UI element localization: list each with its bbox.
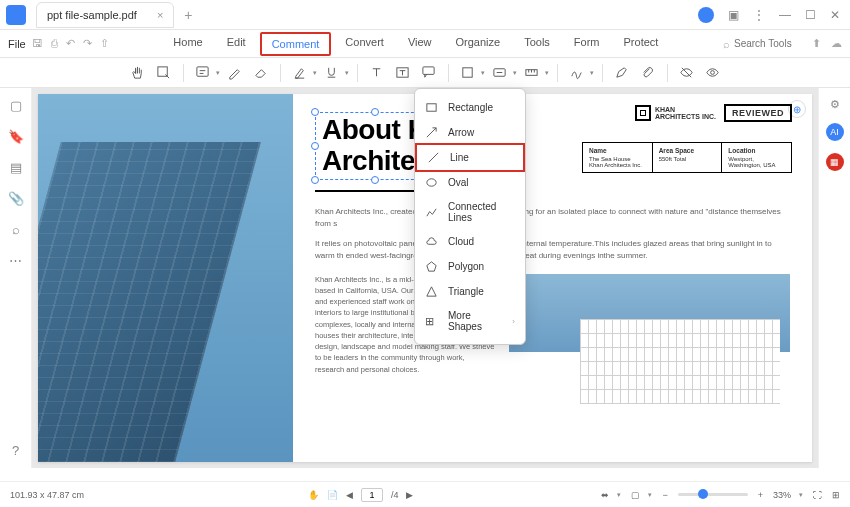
- hero-image: [38, 94, 293, 462]
- shape-more[interactable]: ⊞More Shapes›: [415, 304, 525, 338]
- close-window-button[interactable]: ✕: [830, 8, 840, 22]
- shape-cloud[interactable]: Cloud: [415, 229, 525, 254]
- search-panel-icon[interactable]: ⌕: [12, 222, 20, 237]
- read-mode-icon[interactable]: 📄: [327, 490, 338, 500]
- shape-rectangle[interactable]: Rectangle: [415, 95, 525, 120]
- tab-tools[interactable]: Tools: [514, 32, 560, 56]
- hide-tool-icon[interactable]: [676, 62, 698, 84]
- fit-page-icon[interactable]: ▢: [631, 490, 640, 500]
- hand-tool-icon[interactable]: [127, 62, 149, 84]
- info-table: NameThe Sea House Khan Architects Inc. A…: [582, 142, 792, 173]
- svg-rect-3: [423, 67, 434, 75]
- highlight-tool-icon[interactable]: [289, 62, 311, 84]
- svg-point-7: [711, 71, 715, 75]
- secondary-image: [509, 274, 790, 404]
- svg-point-9: [427, 179, 436, 186]
- show-tool-icon[interactable]: [702, 62, 724, 84]
- bookmarks-icon[interactable]: 🔖: [8, 129, 24, 144]
- print-icon[interactable]: ⎙: [51, 37, 58, 50]
- add-tab-button[interactable]: +: [184, 7, 192, 23]
- chevron-right-icon: ›: [512, 317, 515, 326]
- tab-convert[interactable]: Convert: [335, 32, 394, 56]
- pan-mode-icon[interactable]: ✋: [308, 490, 319, 500]
- page-number-input[interactable]: [361, 488, 383, 502]
- properties-icon[interactable]: ⚙: [830, 98, 840, 111]
- more-panel-icon[interactable]: ⋯: [9, 253, 22, 268]
- svg-rect-4: [463, 68, 472, 77]
- zoom-out-icon[interactable]: −: [662, 490, 667, 500]
- page-dimensions: 101.93 x 47.87 cm: [10, 490, 120, 500]
- user-avatar-icon[interactable]: [698, 7, 714, 23]
- attachment-tool-icon[interactable]: [637, 62, 659, 84]
- tab-title: ppt file-sample.pdf: [47, 9, 137, 21]
- textbox-tool-icon[interactable]: [392, 62, 414, 84]
- fit-width-icon[interactable]: ⬌: [601, 490, 609, 500]
- help-icon[interactable]: ?: [12, 443, 19, 458]
- select-tool-icon[interactable]: [153, 62, 175, 84]
- body-paragraphs: Khan Architects Inc., created thi ashing…: [315, 206, 790, 262]
- pen-sign-icon[interactable]: [611, 62, 633, 84]
- tab-organize[interactable]: Organize: [446, 32, 511, 56]
- next-page-icon[interactable]: ▶: [406, 490, 413, 500]
- search-icon: ⌕: [723, 38, 730, 50]
- zoom-slider[interactable]: [678, 493, 748, 496]
- document-tab[interactable]: ppt file-sample.pdf ×: [36, 2, 174, 28]
- tab-comment[interactable]: Comment: [260, 32, 332, 56]
- cloud-icon[interactable]: ☁: [831, 37, 842, 50]
- svg-rect-8: [427, 104, 436, 111]
- ai-badge-icon[interactable]: AI: [826, 123, 844, 141]
- file-menu[interactable]: File: [8, 38, 26, 50]
- kebab-menu-icon[interactable]: ⋮: [753, 8, 765, 22]
- layers-icon[interactable]: ▤: [10, 160, 22, 175]
- tab-edit[interactable]: Edit: [217, 32, 256, 56]
- heading-divider: [315, 190, 425, 192]
- fullscreen-icon[interactable]: ⛶: [813, 490, 822, 500]
- thumbnails-icon[interactable]: ▢: [10, 98, 22, 113]
- shape-oval[interactable]: Oval: [415, 170, 525, 195]
- share-icon[interactable]: ⇧: [100, 37, 109, 50]
- shape-connected-lines[interactable]: Connected Lines: [415, 195, 525, 229]
- sign-tool-icon[interactable]: [566, 62, 588, 84]
- page-total: /4: [391, 490, 399, 500]
- company-logo: KHANARCHITECTS INC.: [635, 105, 716, 121]
- tab-view[interactable]: View: [398, 32, 442, 56]
- shape-tool-icon[interactable]: [457, 62, 479, 84]
- reviewed-badge: REVIEWED: [724, 104, 792, 122]
- tab-protect[interactable]: Protect: [614, 32, 669, 56]
- tab-home[interactable]: Home: [163, 32, 212, 56]
- attachments-icon[interactable]: 📎: [8, 191, 24, 206]
- minimize-button[interactable]: —: [779, 8, 791, 22]
- save-icon[interactable]: 🖫: [32, 37, 43, 50]
- underline-tool-icon[interactable]: [321, 62, 343, 84]
- shape-arrow[interactable]: Arrow: [415, 120, 525, 145]
- zoom-value: 33%: [773, 490, 791, 500]
- zoom-in-icon[interactable]: +: [758, 490, 763, 500]
- callout-tool-icon[interactable]: [418, 62, 440, 84]
- undo-icon[interactable]: ↶: [66, 37, 75, 50]
- redo-icon[interactable]: ↷: [83, 37, 92, 50]
- app-icon: [6, 5, 26, 25]
- shape-polygon[interactable]: Polygon: [415, 254, 525, 279]
- shapes-dropdown: Rectangle Arrow Line Oval Connected Line…: [414, 88, 526, 345]
- shape-line[interactable]: Line: [415, 143, 525, 172]
- shape-triangle[interactable]: Triangle: [415, 279, 525, 304]
- eraser-tool-icon[interactable]: [250, 62, 272, 84]
- tab-form[interactable]: Form: [564, 32, 610, 56]
- maximize-button[interactable]: ☐: [805, 8, 816, 22]
- svg-rect-1: [197, 67, 208, 76]
- prev-page-icon[interactable]: ◀: [346, 490, 353, 500]
- cloud-upload-icon[interactable]: ⬆: [812, 37, 821, 50]
- close-tab-icon[interactable]: ×: [157, 9, 163, 21]
- app-badge-icon[interactable]: ▦: [826, 153, 844, 171]
- pencil-tool-icon[interactable]: [224, 62, 246, 84]
- grid-view-icon[interactable]: ⊞: [832, 490, 840, 500]
- measure-tool-icon[interactable]: [521, 62, 543, 84]
- text-tool-icon[interactable]: [366, 62, 388, 84]
- search-tools-input[interactable]: [734, 38, 804, 49]
- window-icon[interactable]: ▣: [728, 8, 739, 22]
- stamp-tool-icon[interactable]: [489, 62, 511, 84]
- note-tool-icon[interactable]: [192, 62, 214, 84]
